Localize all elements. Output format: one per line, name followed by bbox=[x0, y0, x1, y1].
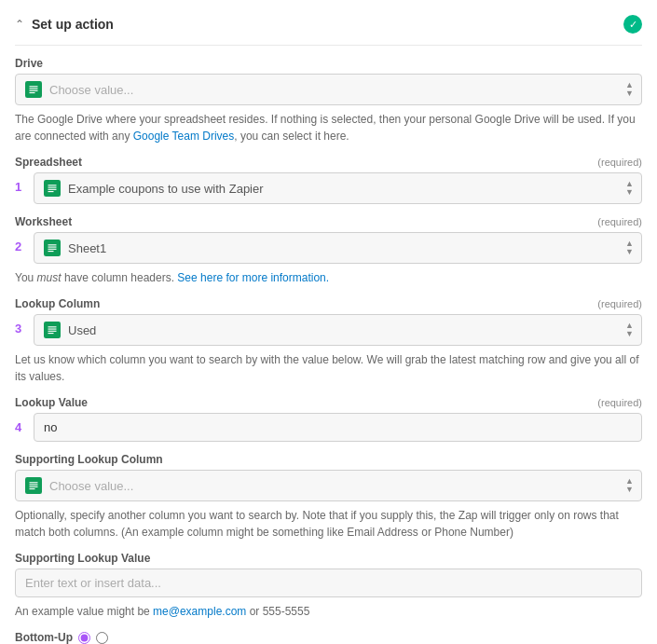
lookup-column-sheets-icon bbox=[44, 322, 61, 338]
supporting-lookup-value-label: Supporting Lookup Value bbox=[15, 552, 150, 565]
page-title: Set up action bbox=[32, 17, 114, 32]
lookup-column-content: Used ▲▼ bbox=[34, 314, 642, 346]
lookup-value-field-section: Lookup Value (required) 4 no bbox=[15, 396, 642, 442]
svg-rect-12 bbox=[48, 247, 57, 248]
lookup-column-label: Lookup Column bbox=[15, 297, 100, 310]
lookup-column-required: (required) bbox=[597, 298, 642, 309]
svg-rect-17 bbox=[48, 329, 57, 330]
worksheet-content: Sheet1 ▲▼ bbox=[34, 232, 642, 264]
bottom-up-radio-no[interactable] bbox=[96, 632, 108, 644]
svg-rect-2 bbox=[30, 89, 38, 89]
spreadsheet-label-row: Spreadsheet (required) bbox=[15, 156, 642, 169]
bottom-up-field-section: Bottom-Up False ▲▼ Search from bottom of… bbox=[15, 631, 642, 644]
worksheet-value: Sheet1 bbox=[68, 241, 611, 255]
worksheet-arrows: ▲▼ bbox=[625, 240, 634, 256]
spreadsheet-arrows: ▲▼ bbox=[625, 180, 634, 197]
example-email-link[interactable]: me@example.com bbox=[153, 605, 246, 618]
lookup-value-label: Lookup Value bbox=[15, 396, 88, 409]
supporting-lookup-column-help-text: Optionally, specify another column you w… bbox=[15, 507, 642, 541]
spreadsheet-numbered-field: 1 Example coupons to use with Zapier ▲▼ bbox=[15, 172, 642, 204]
bottom-up-radio-yes[interactable] bbox=[78, 632, 90, 644]
svg-rect-3 bbox=[30, 90, 38, 91]
drive-placeholder: Choose value... bbox=[49, 83, 611, 97]
svg-rect-15 bbox=[44, 322, 61, 338]
worksheet-label-row: Worksheet (required) bbox=[15, 215, 642, 228]
drive-label-row: Drive bbox=[15, 57, 642, 70]
lookup-column-select[interactable]: Used ▲▼ bbox=[34, 314, 642, 346]
lookup-value-required: (required) bbox=[597, 397, 642, 408]
lookup-value-number: 4 bbox=[15, 413, 30, 434]
drive-label: Drive bbox=[15, 57, 43, 70]
spreadsheet-sheets-icon bbox=[44, 180, 61, 197]
svg-rect-6 bbox=[48, 185, 57, 185]
worksheet-help-text: You must have column headers. See here f… bbox=[15, 269, 642, 286]
svg-rect-0 bbox=[25, 81, 42, 98]
worksheet-sheets-icon bbox=[44, 240, 61, 256]
bottom-up-label: Bottom-Up bbox=[15, 631, 73, 644]
worksheet-select[interactable]: Sheet1 ▲▼ bbox=[34, 232, 642, 264]
worksheet-required: (required) bbox=[597, 216, 642, 227]
svg-rect-14 bbox=[48, 251, 54, 252]
lookup-value-input[interactable]: no bbox=[34, 413, 642, 442]
lookup-column-label-row: Lookup Column (required) bbox=[15, 297, 642, 310]
supporting-lookup-column-label-row: Supporting Lookup Column bbox=[15, 453, 642, 466]
supporting-lookup-column-arrows: ▲▼ bbox=[625, 477, 634, 494]
lookup-column-numbered-field: 3 Used ▲▼ bbox=[15, 314, 642, 346]
svg-rect-1 bbox=[30, 86, 38, 87]
supporting-lookup-value-input[interactable] bbox=[15, 569, 642, 597]
lookup-value-content: no bbox=[34, 413, 642, 442]
svg-rect-16 bbox=[48, 326, 57, 327]
lookup-column-field-section: Lookup Column (required) 3 Used ▲▼ bbox=[15, 297, 642, 385]
svg-rect-9 bbox=[48, 191, 54, 192]
svg-rect-20 bbox=[25, 477, 42, 494]
header: ⌃ Set up action ✓ bbox=[15, 7, 642, 46]
drive-arrows: ▲▼ bbox=[625, 81, 634, 98]
google-sheets-icon bbox=[25, 81, 42, 98]
svg-rect-23 bbox=[30, 486, 38, 487]
worksheet-label: Worksheet bbox=[15, 215, 72, 228]
supporting-lookup-column-label: Supporting Lookup Column bbox=[15, 453, 163, 466]
lookup-value-numbered-field: 4 no bbox=[15, 413, 642, 442]
svg-rect-10 bbox=[44, 240, 61, 256]
collapse-icon[interactable]: ⌃ bbox=[15, 18, 24, 31]
lookup-column-help-text: Let us know which column you want to sea… bbox=[15, 351, 642, 385]
drive-field-section: Drive Choose value... ▲▼ The Google Driv… bbox=[15, 57, 642, 144]
lookup-value-label-row: Lookup Value (required) bbox=[15, 396, 642, 409]
worksheet-numbered-field: 2 Sheet1 ▲▼ bbox=[15, 232, 642, 264]
supporting-lookup-column-select[interactable]: Choose value... ▲▼ bbox=[15, 470, 642, 501]
header-left: ⌃ Set up action bbox=[15, 17, 114, 32]
supporting-column-sheets-icon bbox=[25, 477, 42, 494]
svg-rect-18 bbox=[48, 331, 57, 332]
svg-rect-22 bbox=[30, 485, 38, 486]
lookup-column-arrows: ▲▼ bbox=[625, 322, 634, 338]
supporting-lookup-column-section: Supporting Lookup Column Choose value...… bbox=[15, 453, 642, 541]
svg-rect-24 bbox=[30, 488, 35, 489]
svg-rect-19 bbox=[48, 333, 54, 334]
bottom-up-label-row: Bottom-Up bbox=[15, 631, 642, 644]
svg-rect-7 bbox=[48, 187, 57, 188]
spreadsheet-number: 1 bbox=[15, 172, 30, 194]
spreadsheet-field-section: Spreadsheet (required) 1 Example coupons… bbox=[15, 156, 642, 204]
worksheet-number: 2 bbox=[15, 232, 30, 253]
spreadsheet-value: Example coupons to use with Zapier bbox=[68, 182, 611, 196]
spreadsheet-content: Example coupons to use with Zapier ▲▼ bbox=[34, 172, 642, 204]
supporting-lookup-value-label-row: Supporting Lookup Value bbox=[15, 552, 642, 565]
lookup-column-number: 3 bbox=[15, 314, 30, 336]
google-team-drives-link[interactable]: Google Team Drives bbox=[133, 130, 235, 143]
svg-rect-4 bbox=[30, 92, 35, 93]
lookup-column-value: Used bbox=[68, 323, 611, 337]
spreadsheet-label: Spreadsheet bbox=[15, 156, 82, 169]
status-check-icon: ✓ bbox=[623, 15, 642, 34]
svg-rect-13 bbox=[48, 249, 57, 250]
drive-select[interactable]: Choose value... ▲▼ bbox=[15, 74, 642, 105]
supporting-lookup-column-placeholder: Choose value... bbox=[49, 479, 611, 493]
worksheet-field-section: Worksheet (required) 2 Sheet1 ▲▼ bbox=[15, 215, 642, 286]
drive-help-text: The Google Drive where your spreadsheet … bbox=[15, 111, 642, 144]
svg-rect-8 bbox=[48, 189, 57, 190]
setup-action-container: ⌃ Set up action ✓ Drive Choose value... … bbox=[0, 0, 657, 644]
svg-rect-5 bbox=[44, 180, 61, 197]
svg-rect-21 bbox=[30, 482, 38, 483]
worksheet-info-link[interactable]: See here for more information. bbox=[177, 271, 329, 284]
spreadsheet-select[interactable]: Example coupons to use with Zapier ▲▼ bbox=[34, 172, 642, 204]
supporting-lookup-value-section: Supporting Lookup Value An example value… bbox=[15, 552, 642, 620]
